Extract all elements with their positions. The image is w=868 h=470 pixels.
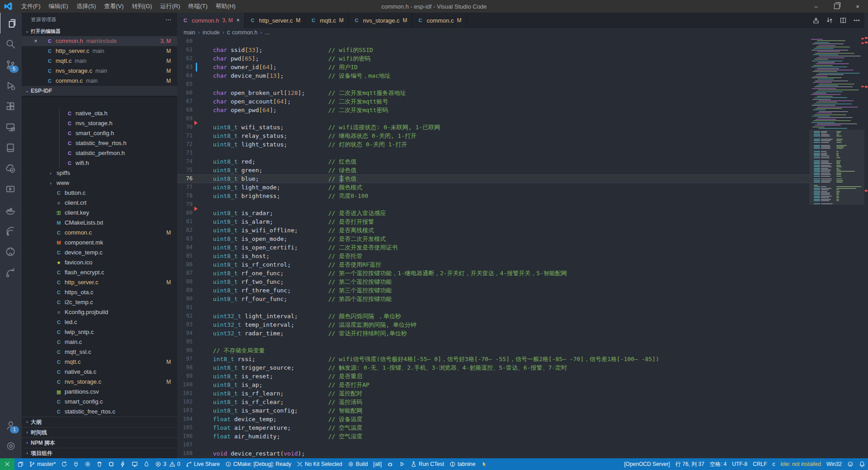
open-editors-section-header[interactable]: ⌄ 打开的编辑器 [22,26,177,36]
tree-item[interactable]: Cstatistic_free_rtos.c [22,407,177,417]
statusbar-launch[interactable] [396,458,408,470]
statusbar-tabnine[interactable]: tabnine [447,458,478,470]
statusbar-encoding[interactable]: UTF-8 [729,458,750,470]
statusbar-problems[interactable]: 30 [152,458,183,470]
tree-item[interactable]: Cmain.c [22,337,177,347]
code-line-73[interactable]: 73 [177,149,809,157]
code-line-85[interactable]: 85uint8_t is_host;// 是否托管 [177,252,809,260]
tree-item[interactable]: MCMakeLists.txt [22,218,177,228]
code-line-98[interactable]: 98uint8_t trigger_source;// 触发源: 0-无、1-按… [177,363,809,372]
activity-item-references[interactable] [0,137,21,158]
statusbar-esp-copy[interactable] [14,458,26,470]
statusbar-sync[interactable] [58,458,70,470]
breadcrumb-part[interactable]: Ccommon.h [227,29,257,36]
code-line-94[interactable]: 94uint32_t radar_time;// 雷达开灯持续时间,单位秒 [177,329,809,338]
statusbar-language-mode[interactable]: c [770,458,778,470]
statusbar-cursor-position[interactable]: 行 76, 列 37 [673,458,707,470]
breadcrumb-part[interactable]: … [264,29,270,36]
code-line-82[interactable]: 82uint8_t is_wifi_offline;// 是否离线模式 [177,226,809,235]
tree-item[interactable]: Csmart_config.c [22,397,177,407]
activity-item-cmake-tools[interactable] [0,158,21,179]
tree-item[interactable]: Cnative_ota.h [22,108,177,118]
code-line-76[interactable]: 76uint8_t blue;// 蓝色值 [177,174,809,183]
code-line-64[interactable]: 64char device_num[13];// 设备编号，mac地址 [177,71,809,80]
tab-common.c[interactable]: Ccommon.cM [412,13,467,28]
tree-item[interactable]: Cdevice_temp.c [22,248,177,258]
compare-changes-button[interactable] [826,17,833,24]
tab-http_server.c[interactable]: Chttp_server.cM [245,13,305,28]
code-line-66[interactable]: 66char open_broken_url[128];// 二次开发mqtt服… [177,89,809,97]
tree-item[interactable]: ›spiffs [22,168,177,178]
activity-item-settings[interactable] [0,436,22,456]
code-line-102[interactable]: 102uint8_t is_rf_clear;// 遥控清码 [177,398,809,406]
code-line-91[interactable]: 91 [177,303,809,312]
code-line-67[interactable]: 67char open_account[64];// 二次开发mqtt账号 [177,97,809,106]
statusbar-esp-idf-flame[interactable] [141,458,152,470]
tab-mqtt.c[interactable]: Cmqtt.cM [306,13,349,28]
code-line-87[interactable]: 87uint8_t rf_one_func;// 第一个遥控按键功能，1-继电器… [177,269,809,277]
section-NPM 脚本[interactable]: ›NPM 脚本 [22,437,177,448]
code-line-86[interactable]: 86uint8_t is_rf_control;// 是否使用RF遥控 [177,260,809,269]
tree-item[interactable]: Cbutton.c [22,188,177,198]
tree-item[interactable]: Clwip_sntp.c [22,327,177,337]
statusbar-erase-flash[interactable] [94,458,105,470]
activity-item-search[interactable] [0,33,21,54]
tree-item[interactable]: Cstatistic_free_rtos.h [22,138,177,148]
open-editor-item[interactable]: Cmqtt.cmainM [22,56,177,66]
menu-6[interactable]: 终端(T) [184,0,212,13]
code-line-83[interactable]: 83uint8_t is_open_mode;// 是否二次开发模式 [177,235,809,243]
statusbar-openocd-server[interactable]: [OpenOCD Server] [622,458,673,470]
tree-item[interactable]: Cmqtt_ssl.c [22,347,177,357]
statusbar-tabnine-hand[interactable] [478,458,490,470]
code-line-104[interactable]: 104float device_temp;// 设备温度 [177,415,809,423]
activity-item-github[interactable] [0,241,21,262]
code-line-69[interactable]: 69 [177,114,809,123]
code-line-105[interactable]: 105float air_temperature;// 空气温度 [177,423,809,432]
statusbar-git-branch[interactable]: master* [26,458,58,470]
code-line-80[interactable]: 80uint8_t is_radar;// 是否进入雷达感应 [177,209,809,217]
menu-3[interactable]: 查看(V) [100,0,127,13]
activity-item-source-control[interactable]: 5 [0,54,21,75]
statusbar-indentation[interactable]: 空格: 4 [707,458,729,470]
section-项目组件[interactable]: ›项目组件 [22,448,177,458]
close-icon[interactable]: × [236,17,240,24]
code-line-70[interactable]: 70uint8_t wifi_status;// wifi连接状态: 0-未联网… [177,123,809,132]
minimize-button[interactable]: – [806,0,826,13]
tab-common.h[interactable]: Ccommon.h3, M× [177,13,245,28]
statusbar-cmake-kit[interactable]: No Kit Selected [294,458,345,470]
tab-nvs_storage.c[interactable]: Cnvs_storage.cM [349,13,412,28]
code-line-78[interactable]: 78uint8_t brightness;// 亮度0-100 [177,192,809,200]
code-line-89[interactable]: 89uint8_t rf_three_func;// 第三个遥控按键功能 [177,286,809,295]
tree-item[interactable]: Csmart_config.h [22,128,177,138]
code-line-92[interactable]: 92uint32_t light_interval;// 颜色闪烁间隔 ，单位秒 [177,312,809,320]
minimap[interactable] [809,37,864,458]
menu-2[interactable]: 选择(S) [72,0,100,13]
code-line-77[interactable]: 77uint8_t light_mode;// 颜色模式 [177,183,809,192]
code-line-79[interactable]: 79 [177,200,809,209]
statusbar-device-target[interactable] [105,458,117,470]
tree-item[interactable]: Cnative_ota.c [22,367,177,377]
statusbar-notifications[interactable] [856,458,868,470]
tree-item[interactable]: ≡Kconfig.projbuild [22,307,177,317]
code-line-106[interactable]: 106float air_humidity;// 空气湿度 [177,432,809,441]
activity-item-accounts[interactable]: 1 [0,415,22,436]
open-editor-item[interactable]: ×Ccommon.hmain\include3, M [22,36,177,46]
menu-7[interactable]: 帮助(H) [212,0,240,13]
statusbar-kite-status[interactable]: kite: not installed [778,458,824,470]
code-line-100[interactable]: 100uint8_t is_ap;// 是否打开AP [177,381,809,389]
breadcrumb-part[interactable]: main [184,29,195,36]
tree-item[interactable]: Cwifi.h [22,158,177,168]
statusbar-esp-settings[interactable] [82,458,94,470]
install-run-button[interactable] [812,17,820,24]
close-button[interactable]: × [847,0,868,13]
code-line-74[interactable]: 74uint8_t red;// 红色值 [177,157,809,166]
tree-item[interactable]: Cmqtt.cM [22,357,177,367]
code-line-84[interactable]: 84uint8_t is_open_certifi;// 二次开发是否使用证书 [177,243,809,252]
code-line-72[interactable]: 72uint8_t light_status;// 灯的状态 0-关闭 1-打开 [177,140,809,149]
code-line-71[interactable]: 71uint8_t relay_status;// 继电器状态 0-关闭, 1-… [177,132,809,140]
close-icon[interactable]: × [32,36,40,46]
tree-item[interactable]: Ci2c_temp.c [22,297,177,307]
code-line-96[interactable]: 96// 不存储全局变量 [177,346,809,355]
project-section-header[interactable]: ⌄ ESP-IDF [22,86,177,96]
code-line-97[interactable]: 97int8_t rssi;// wifi信号强度(信号极好4格[-55— 0]… [177,355,809,363]
